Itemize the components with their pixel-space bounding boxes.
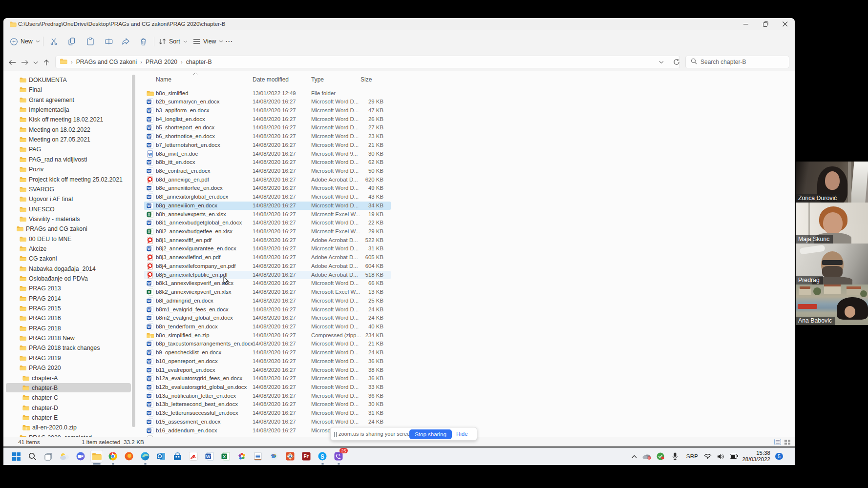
taskbar-irfanview-icon[interactable] bbox=[284, 450, 296, 463]
tree-item-project-kick-off-meeting-25-02-2021[interactable]: Project kick off meeting 25.02.2021 bbox=[20, 175, 123, 184]
tree-item-unesco[interactable]: UNESCO bbox=[20, 204, 55, 214]
taskbar-photos-icon[interactable] bbox=[235, 450, 248, 463]
taskbar-skype-icon[interactable]: S bbox=[316, 450, 329, 463]
breadcrumb[interactable]: ›PRAGs and CG zakoni›PRAG 2020›chapter-B bbox=[55, 56, 680, 68]
taskbar-viber-icon[interactable]: 25 bbox=[332, 450, 345, 463]
tree-item-chapter-e[interactable]: chapter-E bbox=[22, 413, 58, 422]
file-row-b8n-tenderform-en-docx[interactable]: W b8n_tenderform_en.docx 14/08/2020 16:2… bbox=[144, 323, 391, 331]
tree-item-prag-2020[interactable]: PRAG 2020 bbox=[20, 364, 61, 373]
tree-item-visivility-materials[interactable]: Visivility - materials bbox=[20, 214, 80, 224]
file-row-b8a-invit-en-doc[interactable]: W b8a_invit_en.doc 14/08/2020 16:27 Micr… bbox=[144, 150, 391, 158]
file-row-b4-longlist-en-docx[interactable]: W b4_longlist_en.docx 14/08/2020 16:27 M… bbox=[144, 115, 391, 123]
taskbar-file-explorer-icon[interactable] bbox=[90, 450, 103, 463]
taskbar-chat-icon[interactable] bbox=[74, 450, 87, 463]
tree-item-prag-2014[interactable]: PRAG 2014 bbox=[20, 294, 61, 303]
file-row-b8j1-annexvifif-en-pdf[interactable]: b8j1_annexvifif_en.pdf 14/08/2020 16:27 … bbox=[144, 236, 391, 244]
breadcrumb-item[interactable]: chapter-B bbox=[186, 59, 212, 65]
tree-item-prag-2019[interactable]: PRAG 2019 bbox=[20, 353, 61, 363]
breadcrumb-item[interactable]: PRAG 2020 bbox=[146, 59, 177, 65]
file-row-b8c-contract-en-docx[interactable]: W b8c_contract_en.docx 14/08/2020 16:27 … bbox=[144, 167, 391, 175]
tree-item-dokumenta[interactable]: DOKUMENTA bbox=[20, 76, 67, 85]
file-row-b8g-annexiiiom-en-docx[interactable]: W b8g_annexiiiom_en.docx 14/08/2020 16:2… bbox=[144, 202, 391, 210]
share-button[interactable] bbox=[122, 34, 130, 49]
file-row-b8o-simplified-en-zip[interactable]: b8o_simplified_en.zip 14/08/2020 16:27 C… bbox=[144, 331, 391, 340]
thumbnail-view-icon[interactable] bbox=[784, 439, 791, 447]
taskbar-edge-icon[interactable] bbox=[139, 450, 151, 463]
tree-item-kisk-off-meeting-18-02-2021[interactable]: Kisk off meeting 18.02.2021 bbox=[20, 115, 103, 124]
file-row-b9-openchecklist-en-docx[interactable]: W b9_openchecklist_en.docx 14/08/2020 16… bbox=[144, 348, 391, 357]
file-row-b7-letternotshort-en-docx[interactable]: W b7_letternotshort_en.docx 14/08/2020 1… bbox=[144, 141, 391, 149]
tray-clock[interactable]: 15:3828/03/2022 bbox=[742, 447, 770, 465]
tree-item-prag-2015[interactable]: PRAG 2015 bbox=[20, 304, 61, 313]
taskbar-search-icon[interactable] bbox=[26, 450, 39, 463]
file-row-b8i1-annexvbudgetglobal-en-docx[interactable]: W b8i1_annexvbudgetglobal_en.docx 14/08/… bbox=[144, 219, 391, 227]
file-row-b8h-annexivexperts-en-xlsx[interactable]: X b8h_annexivexperts_en.xlsx 14/08/2020 … bbox=[144, 210, 391, 219]
tree-item-ugovor-i-af-final[interactable]: Ugovor i AF final bbox=[20, 195, 73, 204]
tree-item-prag-2016[interactable]: PRAG 2016 bbox=[20, 314, 61, 323]
tree-scrollbar[interactable] bbox=[132, 75, 135, 427]
file-row-b8p-taxcustomsarrangements-en-docx[interactable]: W b8p_taxcustomsarrangements_en.docx 14/… bbox=[144, 340, 391, 348]
copy-button[interactable] bbox=[68, 34, 76, 49]
tree-item-00-deu-to-mne[interactable]: 00 DEU to MNE bbox=[20, 234, 71, 244]
tree-item-nabavka-doga-aja-2014[interactable]: Nabavka događaja_2014 bbox=[20, 264, 96, 273]
tree-item-akcize[interactable]: Akcize bbox=[20, 244, 46, 253]
tree-item-implementacija[interactable]: Implementacija bbox=[20, 105, 69, 115]
taskbar-filezilla-icon[interactable]: Fz bbox=[300, 450, 313, 463]
tree-item-pag-rad-na-vidljivosti[interactable]: PAG_rad na vidljivosti bbox=[20, 155, 87, 164]
tree-item-pag[interactable]: PAG bbox=[20, 145, 41, 154]
more-button[interactable]: ··· bbox=[226, 34, 233, 49]
tree-item-prag-2020-completed[interactable]: PRAG 2020_completed bbox=[20, 433, 92, 437]
pause-icon[interactable] bbox=[334, 432, 335, 437]
tree-item-prag-2013[interactable]: PRAG 2013 bbox=[20, 284, 61, 293]
back-icon[interactable] bbox=[7, 58, 17, 67]
taskbar-firefox-icon[interactable] bbox=[123, 450, 135, 463]
column-header-date[interactable]: Date modified bbox=[253, 76, 289, 83]
tray-microphone-icon[interactable] bbox=[669, 447, 681, 465]
file-row-b8j2-annexviguarantee-en-docx[interactable]: W b8j2_annexviguarantee_en.docx 14/08/20… bbox=[144, 244, 391, 253]
up-icon[interactable] bbox=[42, 58, 51, 67]
tray-antivirus-icon[interactable] bbox=[655, 447, 666, 465]
minimize-button[interactable] bbox=[736, 18, 756, 30]
tree-item-osloba-anje-od-pdva[interactable]: Oslobađanje od PDVa bbox=[20, 274, 88, 284]
taskbar-paint-icon[interactable] bbox=[268, 450, 280, 463]
taskbar-start-icon[interactable] bbox=[10, 450, 22, 463]
tree-item-final[interactable]: Final bbox=[20, 85, 42, 95]
file-row-b8i2-annexvbudgetfee-en-xlsx[interactable]: X b8i2_annexvbudgetfee_en.xlsx 14/08/202… bbox=[144, 227, 391, 236]
breadcrumb-item[interactable]: PRAGs and CG zakoni bbox=[76, 59, 137, 65]
file-row-b8j3-annexvilefind-en-pdf[interactable]: b8j3_annexvilefind_en.pdf 14/08/2020 16:… bbox=[144, 253, 391, 262]
column-header-size[interactable]: Size bbox=[360, 76, 372, 83]
tree-item-meeting-on-18-02-2022[interactable]: Meeting on 18.02.2022 bbox=[20, 125, 90, 134]
search-box[interactable]: Search chapter-B bbox=[685, 56, 789, 68]
hide-button[interactable]: Hide bbox=[456, 431, 468, 437]
file-row-b12a-evaluatorsgrid-fees-en-docx[interactable]: W b12a_evaluatorsgrid_fees_en.docx 14/08… bbox=[144, 374, 391, 383]
rename-button[interactable] bbox=[105, 34, 113, 49]
column-header-type[interactable]: Type bbox=[311, 76, 324, 83]
file-row-b8j4-annexvilefcompany-en-pdf[interactable]: b8j4_annexvilefcompany_en.pdf 14/08/2020… bbox=[144, 262, 391, 270]
tree-item-prags-and-cg-zakoni[interactable]: PRAGs and CG zakoni bbox=[17, 224, 87, 234]
view-button[interactable]: View bbox=[193, 34, 223, 49]
tree-item-chapter-b[interactable]: chapter-B bbox=[6, 383, 131, 392]
column-header-name[interactable]: Name bbox=[156, 76, 171, 83]
tray-chevron-icon[interactable] bbox=[629, 447, 639, 465]
file-row-b8k2-annexviiexpverif-en-xlsx[interactable]: X b8k2_annexviiexpverif_en.xlsx 14/08/20… bbox=[144, 288, 391, 296]
taskbar-acrobat-icon[interactable] bbox=[187, 450, 200, 463]
address-chevron-icon[interactable] bbox=[659, 59, 664, 65]
file-row-b8m2-evalgrid-global-en-docx[interactable]: W b8m2_evalgrid_global_en.docx 14/08/202… bbox=[144, 314, 391, 322]
file-row-b8l-admingrid-en-docx[interactable]: W b8l_admingrid_en.docx 14/08/2020 16:27… bbox=[144, 297, 391, 305]
file-row-b2b-summarycn-en-docx[interactable]: W b2b_summarycn_en.docx 14/08/2020 16:27… bbox=[144, 98, 391, 106]
tree-item-chapter-c[interactable]: chapter-C bbox=[22, 393, 58, 403]
maximize-button[interactable] bbox=[756, 18, 775, 30]
cut-button[interactable] bbox=[50, 34, 59, 49]
file-row-b8b-itt-en-docx[interactable]: W b8b_itt_en.docx 14/08/2020 16:27 Micro… bbox=[144, 158, 391, 166]
file-row-b5-shortreport-en-docx[interactable]: W b5_shortreport_en.docx 14/08/2020 16:2… bbox=[144, 123, 391, 132]
tray-onedrive-icon[interactable] bbox=[641, 447, 653, 465]
notification-badge[interactable]: 5 bbox=[774, 447, 784, 465]
file-row-b8e-annexiitorfee-en-docx[interactable]: W b8e_annexiitorfee_en.docx 14/08/2020 1… bbox=[144, 184, 391, 192]
file-row-b13c-letterunsuccessful-en-docx[interactable]: W b13c_letterunsuccessful_en.docx 14/08/… bbox=[144, 409, 391, 417]
stop-sharing-button[interactable]: Stop sharing bbox=[409, 429, 452, 439]
forward-icon[interactable] bbox=[20, 58, 30, 67]
file-row-b12b-evaluatorsgrid-global-en-docx[interactable]: W b12b_evaluatorsgrid_global_en.docx 14/… bbox=[144, 383, 391, 391]
taskbar-task-view-icon[interactable] bbox=[42, 450, 55, 463]
file-row-b13a-notification-letter-en-docx[interactable]: W b13a_notification_letter_en.docx 14/08… bbox=[144, 392, 391, 400]
tree-item-all-en-2020-0-zip[interactable]: all-en-2020.0.zip bbox=[22, 423, 77, 432]
